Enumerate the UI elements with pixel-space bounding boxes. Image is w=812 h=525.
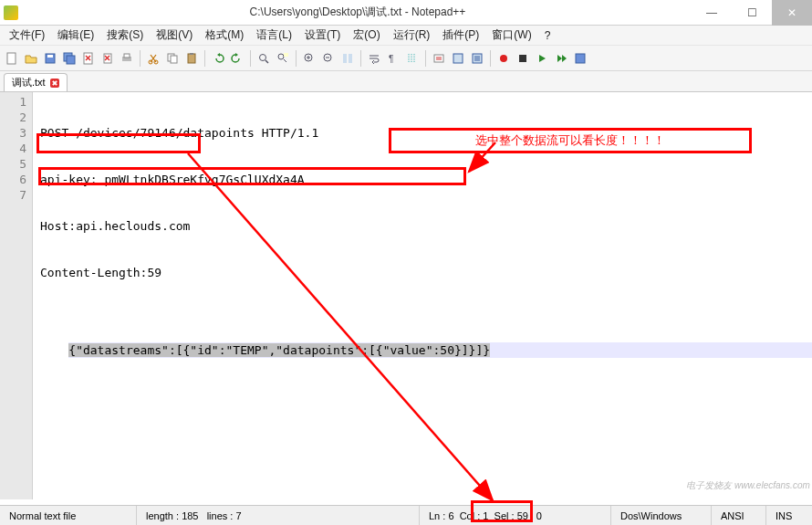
annotation-callout: 选中整个数据流可以看长度！！！！ (389, 128, 752, 153)
annotation-arrows (0, 0, 812, 525)
svg-line-29 (188, 153, 493, 500)
annotation-box-sel (471, 500, 533, 522)
annotation-box-content-length (36, 133, 201, 153)
annotation-box-datastream (38, 167, 466, 185)
